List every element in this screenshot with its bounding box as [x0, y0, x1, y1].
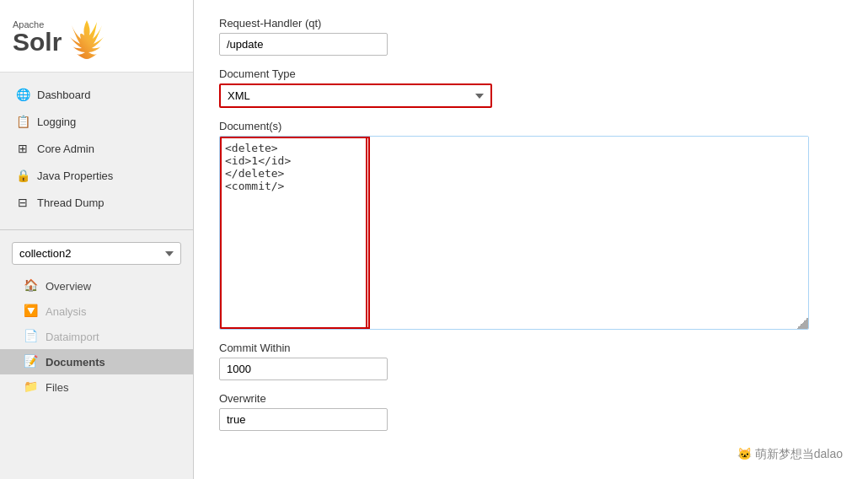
overwrite-group: Overwrite: [219, 392, 843, 431]
logging-icon: 📋: [15, 114, 30, 129]
solr-flame-icon: [65, 15, 109, 59]
analysis-label: Analysis: [46, 305, 86, 318]
java-properties-label: Java Properties: [37, 170, 113, 182]
sidebar-item-logging[interactable]: 📋 Logging: [0, 108, 193, 135]
commit-within-input[interactable]: [219, 358, 388, 380]
overview-icon: 🏠: [24, 278, 39, 293]
sidebar: Apache Solr 🌐 Dashboard 📋 Logging: [0, 0, 194, 479]
overview-label: Overview: [46, 280, 91, 293]
sidebar-item-java-properties[interactable]: 🔒 Java Properties: [0, 162, 193, 189]
collection-selector-wrap: collection2 collection1 collection3: [0, 235, 193, 272]
divider: [0, 229, 193, 230]
sub-nav-item-files[interactable]: 📁 Files: [0, 374, 193, 400]
dataimport-icon: 📄: [24, 329, 39, 344]
documents-textarea-right[interactable]: [367, 137, 808, 329]
commit-within-group: Commit Within: [219, 342, 843, 380]
document-type-select-wrap: XML JSON CSV: [219, 83, 492, 108]
dashboard-icon: 🌐: [15, 87, 30, 102]
files-label: Files: [46, 381, 68, 394]
documents-icon: 📝: [24, 354, 39, 369]
sub-nav-item-overview[interactable]: 🏠 Overview: [0, 273, 193, 299]
java-properties-icon: 🔒: [15, 168, 30, 183]
resize-handle[interactable]: [796, 317, 808, 329]
documents-textarea-container: <delete> <id>1</id> </delete> <commit/>: [219, 136, 809, 330]
document-type-group: Document Type XML JSON CSV: [219, 67, 843, 108]
document-type-select[interactable]: XML JSON CSV: [221, 85, 490, 106]
sidebar-item-dashboard[interactable]: 🌐 Dashboard: [0, 81, 193, 108]
files-icon: 📁: [24, 379, 39, 395]
documents-label: Documents: [46, 356, 105, 369]
documents-textarea-left[interactable]: <delete> <id>1</id> </delete> <commit/>: [220, 137, 367, 329]
dataimport-label: Dataimport: [46, 331, 99, 343]
request-handler-group: Request-Handler (qt): [219, 17, 843, 56]
request-handler-label: Request-Handler (qt): [219, 17, 843, 30]
analysis-icon: 🔽: [24, 304, 39, 319]
main-content: Request-Handler (qt) Document Type XML J…: [194, 0, 868, 479]
commit-within-label: Commit Within: [219, 342, 843, 354]
sub-nav: 🏠 Overview 🔽 Analysis 📄 Dataimport 📝 Doc…: [0, 272, 193, 401]
thread-dump-icon: ⊟: [15, 195, 30, 210]
documents-label: Document(s): [219, 120, 843, 132]
logo-area: Apache Solr: [0, 0, 193, 73]
solr-label: Solr: [13, 28, 62, 56]
document-type-label: Document Type: [219, 67, 843, 80]
sub-nav-item-documents[interactable]: 📝 Documents: [0, 349, 193, 374]
collection-select[interactable]: collection2 collection1 collection3: [12, 242, 181, 265]
sub-nav-item-analysis[interactable]: 🔽 Analysis: [0, 299, 193, 324]
dashboard-label: Dashboard: [37, 89, 91, 101]
thread-dump-label: Thread Dump: [37, 196, 104, 209]
overwrite-input[interactable]: [219, 408, 388, 431]
core-admin-icon: ⊞: [15, 141, 30, 156]
sidebar-item-core-admin[interactable]: ⊞ Core Admin: [0, 135, 193, 162]
documents-group: Document(s) <delete> <id>1</id> </delete…: [219, 120, 843, 330]
main-nav: 🌐 Dashboard 📋 Logging ⊞ Core Admin 🔒 Jav…: [0, 73, 193, 224]
logging-label: Logging: [37, 116, 76, 128]
request-handler-input[interactable]: [219, 33, 388, 56]
overwrite-label: Overwrite: [219, 392, 843, 405]
sub-nav-item-dataimport[interactable]: 📄 Dataimport: [0, 324, 193, 349]
logo-text: Apache Solr: [13, 19, 62, 55]
core-admin-label: Core Admin: [37, 143, 94, 155]
sidebar-item-thread-dump[interactable]: ⊟ Thread Dump: [0, 189, 193, 216]
